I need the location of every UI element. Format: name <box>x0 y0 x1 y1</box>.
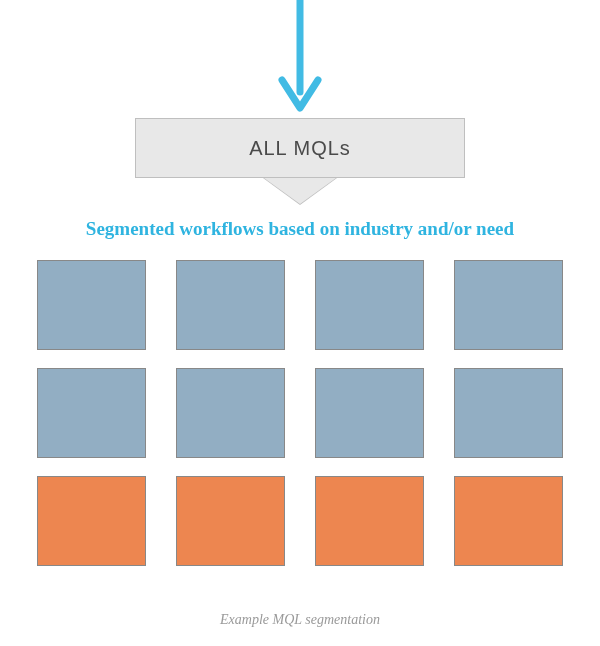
segment-cell <box>37 476 146 566</box>
all-mqls-label: ALL MQLs <box>249 137 351 160</box>
segment-cell <box>454 260 563 350</box>
segment-cell <box>315 260 424 350</box>
box-pointer <box>264 178 336 204</box>
segment-cell <box>454 476 563 566</box>
segment-cell <box>176 368 285 458</box>
segment-cell <box>37 260 146 350</box>
segment-grid <box>37 260 563 566</box>
segment-cell <box>454 368 563 458</box>
segment-cell <box>176 476 285 566</box>
flow-arrow-down <box>270 0 330 120</box>
all-mqls-box: ALL MQLs <box>135 118 465 178</box>
segment-cell <box>315 368 424 458</box>
segment-cell <box>315 476 424 566</box>
segment-cell <box>37 368 146 458</box>
segmentation-subtitle: Segmented workflows based on industry an… <box>0 218 600 240</box>
figure-caption: Example MQL segmentation <box>0 612 600 628</box>
segment-cell <box>176 260 285 350</box>
